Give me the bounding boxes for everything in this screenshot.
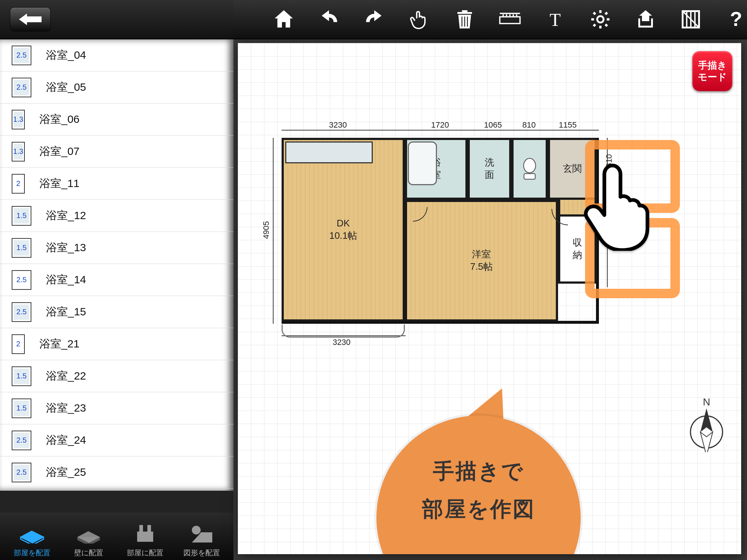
gear-icon bbox=[589, 8, 611, 30]
undo-icon bbox=[318, 8, 340, 30]
dim-top-4: 810 bbox=[522, 120, 536, 130]
svg-point-3 bbox=[192, 526, 201, 534]
palette-label: 浴室_05 bbox=[46, 80, 86, 95]
palette-label: 浴室_23 bbox=[46, 401, 86, 416]
palette-item[interactable]: 2浴室_11 bbox=[0, 168, 233, 200]
draw-mode-badge[interactable]: 手描き モード bbox=[692, 51, 732, 91]
svg-rect-11 bbox=[524, 174, 535, 179]
palette-list[interactable]: 2.5浴室_042.5浴室_051.3浴室_061.3浴室_072浴室_111.… bbox=[0, 39, 233, 491]
bottom-tab[interactable]: 壁に配置 bbox=[60, 520, 117, 558]
palette-item[interactable]: 1.3浴室_06 bbox=[0, 104, 233, 136]
palette-item[interactable]: 1.5浴室_22 bbox=[0, 360, 233, 392]
room-western-name: 洋室 bbox=[472, 248, 491, 261]
svg-rect-2 bbox=[147, 525, 151, 532]
home-icon bbox=[273, 8, 295, 30]
tab-icon bbox=[60, 520, 117, 548]
palette-label: 浴室_11 bbox=[39, 176, 80, 191]
room-dk[interactable]: DK 10.1帖 bbox=[282, 138, 405, 322]
pointer-hand-icon bbox=[581, 163, 657, 251]
room-western[interactable]: 洋室 7.5帖 bbox=[405, 200, 558, 322]
bottom-tab[interactable]: 図形を配置 bbox=[173, 520, 230, 558]
palette-chip: 2.5 bbox=[12, 463, 31, 482]
palette-chip: 2.5 bbox=[12, 302, 31, 322]
back-arrow-icon bbox=[19, 13, 42, 25]
share-button[interactable] bbox=[635, 6, 657, 32]
redo-icon bbox=[363, 8, 385, 30]
palette-item[interactable]: 1.3浴室_07 bbox=[0, 136, 233, 168]
palette-item[interactable]: 2浴室_21 bbox=[0, 328, 233, 360]
redo-button[interactable] bbox=[363, 6, 385, 32]
palette-chip: 2 bbox=[12, 174, 25, 194]
compass-label: N bbox=[703, 397, 710, 408]
sidebar-gap bbox=[0, 491, 233, 513]
trash-icon bbox=[454, 8, 476, 30]
palette-label: 浴室_04 bbox=[46, 48, 86, 63]
svg-text:T: T bbox=[550, 9, 561, 30]
palette-item[interactable]: 2.5浴室_24 bbox=[0, 424, 233, 456]
palette-label: 浴室_22 bbox=[46, 369, 86, 384]
palette-item[interactable]: 2.5浴室_14 bbox=[0, 264, 233, 296]
speech-line1: 手描きで bbox=[433, 457, 524, 486]
palette-chip: 1.5 bbox=[12, 398, 31, 418]
tab-icon bbox=[117, 520, 173, 548]
palette-label: 浴室_14 bbox=[46, 272, 86, 287]
settings-button[interactable] bbox=[589, 6, 611, 32]
tab-label: 部屋を配置 bbox=[4, 548, 60, 558]
palette-chip: 2.5 bbox=[12, 270, 31, 290]
tab-label: 図形を配置 bbox=[173, 548, 230, 558]
palette-item[interactable]: 2.5浴室_25 bbox=[0, 456, 233, 489]
share-icon bbox=[635, 8, 657, 30]
palette-item[interactable]: 1.5浴室_12 bbox=[0, 200, 233, 232]
room-western-size: 7.5帖 bbox=[470, 261, 493, 273]
palette-label: 浴室_06 bbox=[39, 112, 80, 127]
palette-item[interactable]: 2.5浴室_05 bbox=[0, 71, 233, 104]
svg-rect-5 bbox=[500, 17, 520, 23]
palette-label: 浴室_24 bbox=[46, 433, 86, 448]
back-button[interactable] bbox=[10, 8, 50, 31]
bottom-tab[interactable]: 部屋を配置 bbox=[4, 520, 60, 558]
undo-button[interactable] bbox=[318, 6, 340, 32]
grid-button[interactable] bbox=[680, 6, 702, 32]
room-toilet[interactable] bbox=[511, 138, 548, 200]
palette-label: 浴室_21 bbox=[39, 337, 80, 351]
tab-icon bbox=[173, 520, 230, 548]
bottom-tabs: 部屋を配置壁に配置部屋に配置図形を配置 bbox=[0, 513, 233, 560]
help-button[interactable]: ? bbox=[725, 6, 747, 32]
toilet-icon bbox=[522, 157, 538, 181]
mode-badge-line2: モード bbox=[698, 71, 727, 83]
mode-badge-line1: 手描き bbox=[698, 59, 727, 71]
dim-top-1: 3230 bbox=[329, 120, 347, 130]
text-button[interactable]: T bbox=[544, 6, 566, 32]
room-closet-l2: 納 bbox=[573, 249, 582, 261]
help-icon: ? bbox=[725, 8, 747, 30]
palette-item[interactable]: 2.5浴室_15 bbox=[0, 296, 233, 328]
dim-top-3: 1065 bbox=[484, 120, 502, 130]
palette-item[interactable]: 2.5浴室_04 bbox=[0, 39, 233, 71]
svg-point-10 bbox=[524, 158, 536, 173]
svg-rect-1 bbox=[139, 525, 143, 532]
grid-icon bbox=[680, 8, 702, 30]
palette-chip: 1.5 bbox=[12, 366, 31, 386]
palette-chip: 2.5 bbox=[12, 46, 31, 65]
drawing-canvas[interactable]: 手描き モード 3230 1720 1065 810 1155 4905 810… bbox=[238, 43, 741, 554]
palette-item[interactable]: 1.5浴室_23 bbox=[0, 392, 233, 424]
svg-text:?: ? bbox=[730, 8, 742, 30]
palette-item[interactable]: 1.5浴室_13 bbox=[0, 232, 233, 264]
canvas-area: 手描き モード 3230 1720 1065 810 1155 4905 810… bbox=[233, 39, 747, 560]
tab-label: 壁に配置 bbox=[60, 548, 117, 558]
svg-rect-0 bbox=[137, 532, 153, 542]
tab-label: 部屋に配置 bbox=[117, 548, 173, 558]
touch-button[interactable] bbox=[409, 6, 430, 32]
bottom-tab[interactable]: 部屋に配置 bbox=[117, 520, 173, 558]
room-wash[interactable]: 洗 面 bbox=[468, 138, 511, 200]
dim-bottom: 3230 bbox=[333, 338, 351, 347]
palette-label: 浴室_13 bbox=[46, 240, 86, 255]
delete-button[interactable] bbox=[454, 6, 476, 32]
measure-button[interactable] bbox=[499, 6, 521, 32]
home-button[interactable] bbox=[273, 6, 295, 32]
svg-rect-4 bbox=[201, 532, 212, 542]
text-icon: T bbox=[544, 8, 566, 30]
palette-label: 浴室_07 bbox=[39, 144, 80, 159]
room-dk-size: 10.1帖 bbox=[329, 230, 357, 242]
palette-chip: 2.5 bbox=[12, 78, 31, 97]
